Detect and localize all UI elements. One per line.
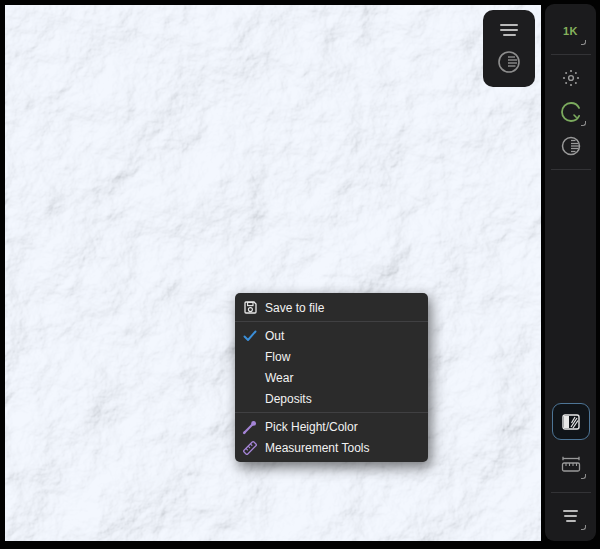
sidebar-separator — [551, 54, 591, 55]
context-menu: Save to file Out Flow Wear Deposits — [235, 293, 428, 462]
light-ring-icon — [559, 100, 583, 124]
save-icon — [235, 300, 265, 315]
sun-brightness-button[interactable] — [552, 61, 590, 95]
menu-item-label: Pick Height/Color — [265, 420, 358, 434]
sun-icon — [561, 68, 581, 88]
sidebar-separator — [551, 169, 591, 170]
menu-item-label: Flow — [265, 350, 290, 364]
menu-item-flow[interactable]: Flow — [235, 346, 428, 367]
sidebar-separator — [551, 492, 591, 493]
resolution-button[interactable]: 1K — [552, 14, 590, 48]
sidebar-menu-button[interactable] — [552, 499, 590, 533]
menu-item-save-to-file[interactable]: Save to file — [235, 297, 428, 318]
menu-item-label: Wear — [265, 371, 293, 385]
menu-item-label: Deposits — [265, 392, 312, 406]
resolution-label: 1K — [563, 25, 578, 37]
menu-lines-icon — [563, 510, 578, 522]
material-preview-icon — [562, 414, 580, 430]
material-preview-button[interactable] — [552, 403, 590, 440]
viewport-toolbar — [483, 10, 535, 87]
ruler-icon — [560, 456, 582, 474]
menu-separator — [235, 412, 428, 413]
light-direction-button[interactable] — [552, 95, 590, 129]
contrast-icon — [560, 135, 582, 157]
menu-item-wear[interactable]: Wear — [235, 367, 428, 388]
measure-ruler-icon — [235, 440, 265, 456]
hamburger-icon[interactable] — [500, 24, 518, 36]
expand-corner-icon — [581, 121, 586, 126]
expand-corner-icon — [581, 474, 586, 479]
menu-item-deposits[interactable]: Deposits — [235, 388, 428, 409]
menu-item-pick-height-color[interactable]: Pick Height/Color — [235, 416, 428, 437]
eyedropper-icon — [235, 419, 265, 435]
shaded-sphere-icon[interactable] — [496, 49, 522, 75]
expand-corner-icon — [581, 40, 586, 45]
menu-separator — [235, 321, 428, 322]
contrast-button[interactable] — [552, 129, 590, 163]
menu-item-measurement-tools[interactable]: Measurement Tools — [235, 437, 428, 458]
menu-item-out[interactable]: Out — [235, 325, 428, 346]
check-icon — [235, 330, 265, 342]
expand-corner-icon — [581, 525, 586, 530]
right-sidebar: 1K — [545, 4, 596, 541]
measure-button[interactable] — [552, 448, 590, 482]
menu-item-label: Save to file — [265, 301, 324, 315]
menu-item-label: Measurement Tools — [265, 441, 370, 455]
app-window: 1K — [0, 0, 600, 549]
menu-item-label: Out — [265, 329, 284, 343]
